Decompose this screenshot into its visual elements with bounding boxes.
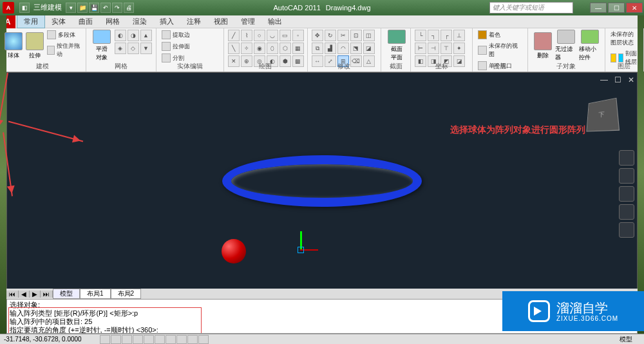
visual-style-dropdown[interactable]: 着色 bbox=[477, 30, 524, 40]
layout1-tab[interactable]: 布局1 bbox=[80, 289, 111, 299]
tool-icon[interactable]: ✧ bbox=[241, 43, 252, 54]
delete-button[interactable]: 删除 bbox=[532, 30, 554, 62]
polyline-icon[interactable]: ⌇ bbox=[241, 30, 252, 41]
tab-render[interactable]: 渲染 bbox=[126, 15, 153, 28]
arc-icon[interactable]: ◡ bbox=[267, 30, 278, 41]
tab-last-icon[interactable]: ⏭ bbox=[41, 291, 53, 298]
ucs-icon[interactable]: ┌ bbox=[440, 30, 452, 41]
polysolid-button[interactable]: 多段体 bbox=[46, 30, 82, 40]
app-icon[interactable]: A bbox=[3, 2, 14, 14]
tab-annotate[interactable]: 注释 bbox=[180, 15, 207, 28]
qat-redo[interactable]: ↷ bbox=[112, 3, 122, 13]
tool-icon[interactable]: ⬡ bbox=[279, 43, 291, 54]
qat-new[interactable]: ▾ bbox=[66, 3, 76, 13]
layout2-tab[interactable]: 布局2 bbox=[111, 289, 142, 299]
snap-toggle[interactable] bbox=[100, 335, 110, 344]
move-icon[interactable]: ✥ bbox=[312, 30, 323, 41]
tab-insert[interactable]: 插入 bbox=[153, 15, 180, 28]
osnap-toggle[interactable] bbox=[144, 335, 154, 344]
otrack-toggle[interactable] bbox=[155, 335, 165, 344]
tab-manage[interactable]: 管理 bbox=[234, 15, 261, 28]
zoom-icon[interactable] bbox=[619, 186, 634, 202]
copy-icon[interactable]: ⧉ bbox=[312, 43, 323, 54]
mirror-icon[interactable]: ▟ bbox=[325, 43, 336, 54]
tool-icon[interactable]: ◦ bbox=[292, 30, 304, 41]
line-icon[interactable]: ╱ bbox=[228, 30, 240, 41]
orbit-icon[interactable] bbox=[619, 204, 634, 220]
qp-toggle[interactable] bbox=[198, 335, 209, 344]
stretch-face-button[interactable]: 拉伸面 bbox=[160, 41, 191, 52]
layerstate-dropdown[interactable]: 未保存的图层状态 bbox=[609, 30, 639, 48]
ucs-icon[interactable]: ⊢ bbox=[415, 43, 426, 54]
mesh-tool-icon[interactable]: ◐ bbox=[115, 30, 126, 41]
qat-open[interactable]: 📁 bbox=[77, 3, 88, 13]
trim-icon[interactable]: ✂ bbox=[337, 30, 349, 41]
ellipse-icon[interactable]: ⬯ bbox=[267, 43, 278, 54]
circle-icon[interactable]: ○ bbox=[254, 30, 265, 41]
gizmo-button[interactable]: 移动小控件 bbox=[579, 30, 601, 62]
lwt-toggle[interactable] bbox=[187, 335, 198, 344]
grid-toggle[interactable] bbox=[111, 335, 121, 344]
sphere-object[interactable] bbox=[222, 239, 246, 263]
sphere-button[interactable]: 球体 bbox=[4, 30, 23, 62]
pan-icon[interactable] bbox=[619, 168, 634, 184]
tool-icon[interactable]: ⊡ bbox=[350, 30, 362, 41]
space-label[interactable]: 模型 bbox=[620, 335, 632, 344]
tab-first-icon[interactable]: ⏮ bbox=[6, 291, 19, 298]
mesh-tool-icon[interactable]: ▲ bbox=[140, 30, 152, 41]
qat-workspace[interactable]: ◧ bbox=[19, 3, 30, 13]
maximize-button[interactable]: ☐ bbox=[608, 3, 625, 13]
tool-icon[interactable]: ◪ bbox=[363, 43, 375, 54]
ortho-toggle[interactable] bbox=[122, 335, 132, 344]
ucs-icon[interactable]: ⊤ bbox=[440, 43, 452, 54]
tab-surface[interactable]: 曲面 bbox=[72, 15, 99, 28]
nav-wheel-icon[interactable] bbox=[619, 150, 634, 166]
extrude-button[interactable]: 拉伸 bbox=[24, 30, 44, 62]
3dalign-icon[interactable]: ◫ bbox=[363, 30, 375, 41]
qat-undo[interactable]: ↶ bbox=[100, 3, 111, 13]
minimize-button[interactable]: — bbox=[590, 3, 607, 13]
ducs-toggle[interactable] bbox=[166, 335, 176, 344]
tab-mesh[interactable]: 网格 bbox=[99, 15, 126, 28]
presspull-button[interactable]: 按住并拖动 bbox=[46, 41, 82, 59]
mesh-tool-icon[interactable]: ▼ bbox=[140, 43, 152, 54]
tool-icon[interactable]: ◉ bbox=[254, 43, 265, 54]
rect-icon[interactable]: ▭ bbox=[279, 30, 291, 41]
model-tab[interactable]: 模型 bbox=[53, 289, 80, 299]
section-plane-button[interactable]: 截面 平面 bbox=[385, 30, 408, 62]
vp-restore-icon[interactable]: ☐ bbox=[614, 75, 621, 84]
tab-prev-icon[interactable]: ◀ bbox=[19, 291, 30, 298]
tool-icon[interactable]: ╲ bbox=[228, 43, 240, 54]
tab-home[interactable]: 常用 bbox=[17, 15, 45, 28]
rotate-icon[interactable]: ↻ bbox=[325, 30, 336, 41]
fillet-icon[interactable]: ◠ bbox=[337, 43, 349, 54]
polar-toggle[interactable] bbox=[133, 335, 143, 344]
ucs-icon[interactable]: ⊣ bbox=[428, 43, 439, 54]
mesh-tool-icon[interactable]: ◇ bbox=[128, 43, 139, 54]
nofilter-button[interactable]: 无过滤器 bbox=[555, 30, 577, 62]
tab-next-icon[interactable]: ▶ bbox=[30, 291, 41, 298]
tool-icon[interactable]: ▦ bbox=[292, 43, 304, 54]
tab-output[interactable]: 输出 bbox=[261, 15, 289, 28]
mesh-tool-icon[interactable]: ◈ bbox=[115, 43, 126, 54]
help-search[interactable]: 键入关键字或短语 bbox=[489, 2, 573, 14]
viewcube[interactable] bbox=[586, 98, 620, 132]
close-button[interactable]: ✕ bbox=[626, 3, 643, 13]
view-dropdown[interactable]: 未保存的视图 bbox=[477, 41, 524, 59]
ucs-icon[interactable]: ⊥ bbox=[453, 30, 465, 41]
smooth-button[interactable]: 平滑 对象 bbox=[90, 30, 113, 62]
vp-close-icon[interactable]: ✕ bbox=[628, 75, 634, 84]
vp-minimize-icon[interactable]: — bbox=[600, 75, 608, 84]
qat-print[interactable]: 🖨 bbox=[124, 3, 134, 13]
drawing-viewport[interactable]: — ☐ ✕ 选择球体为阵列对象进行圆形阵列 bbox=[6, 72, 638, 290]
qat-save[interactable]: 💾 bbox=[89, 3, 99, 13]
tool-icon[interactable]: ⬔ bbox=[350, 43, 362, 54]
ucs-icon[interactable]: └ bbox=[415, 30, 426, 41]
torus-object[interactable] bbox=[222, 155, 422, 207]
tab-solid[interactable]: 实体 bbox=[45, 15, 72, 28]
mesh-tool-icon[interactable]: ◑ bbox=[128, 30, 139, 41]
ucs-icon[interactable]: ✦ bbox=[453, 43, 465, 54]
dyn-toggle[interactable] bbox=[176, 335, 187, 344]
extract-edge-button[interactable]: 提取边 bbox=[160, 30, 191, 40]
ucs-icon[interactable]: ┐ bbox=[428, 30, 439, 41]
